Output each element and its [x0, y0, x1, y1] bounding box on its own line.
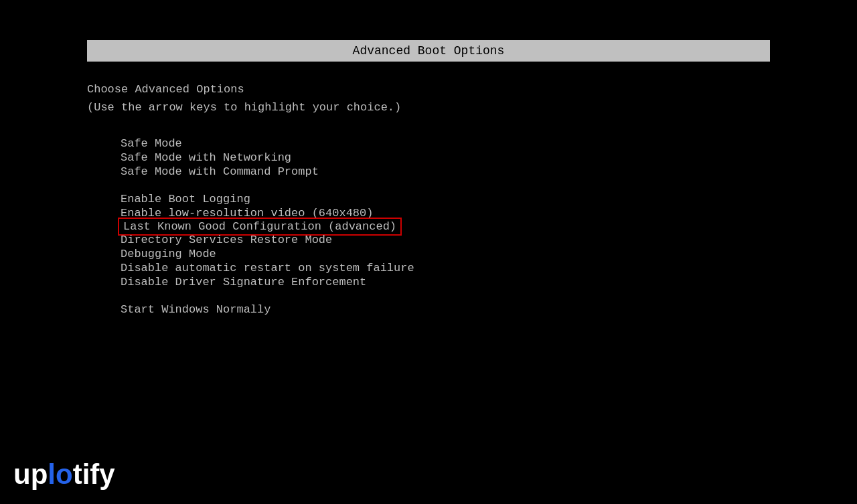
intro-line1: Choose Advanced Options	[87, 80, 414, 98]
watermark-part2: lo	[48, 458, 72, 490]
menu-item-debugging-mode[interactable]: Debugging Mode	[121, 247, 414, 261]
menu-item-directory-services[interactable]: Directory Services Restore Mode	[121, 233, 414, 247]
watermark: uplotify	[13, 458, 115, 491]
watermark-part3: tify	[73, 458, 115, 490]
intro-block: Choose Advanced Options (Use the arrow k…	[87, 80, 414, 116]
menu-item-safe-mode-networking[interactable]: Safe Mode with Networking	[121, 151, 414, 165]
intro-line2: (Use the arrow keys to highlight your ch…	[87, 98, 414, 116]
gap1	[121, 179, 414, 192]
screen: Advanced Boot Options Choose Advanced Op…	[0, 0, 857, 504]
menu-item-safe-mode-cmd[interactable]: Safe Mode with Command Prompt	[121, 165, 414, 179]
menu-item-safe-mode[interactable]: Safe Mode	[121, 137, 414, 151]
title-bar: Advanced Boot Options	[87, 40, 770, 62]
menu-item-last-known-good[interactable]: Last Known Good Configuration (advanced)	[121, 220, 399, 233]
menu-item-boot-logging[interactable]: Enable Boot Logging	[121, 192, 414, 206]
menu-item-start-normally[interactable]: Start Windows Normally	[121, 303, 414, 317]
menu-item-disable-driver-sig[interactable]: Disable Driver Signature Enforcement	[121, 275, 414, 289]
menu-item-disable-auto-restart[interactable]: Disable automatic restart on system fail…	[121, 261, 414, 275]
watermark-container: uplotify	[13, 458, 115, 490]
content-area: Choose Advanced Options (Use the arrow k…	[87, 80, 414, 317]
watermark-part1: up	[13, 458, 48, 490]
title-text: Advanced Boot Options	[353, 44, 505, 58]
menu-item-low-res-video[interactable]: Enable low-resolution video (640x480)	[121, 206, 414, 220]
menu-list: Safe Mode Safe Mode with Networking Safe…	[121, 137, 414, 317]
gap2	[121, 289, 414, 303]
